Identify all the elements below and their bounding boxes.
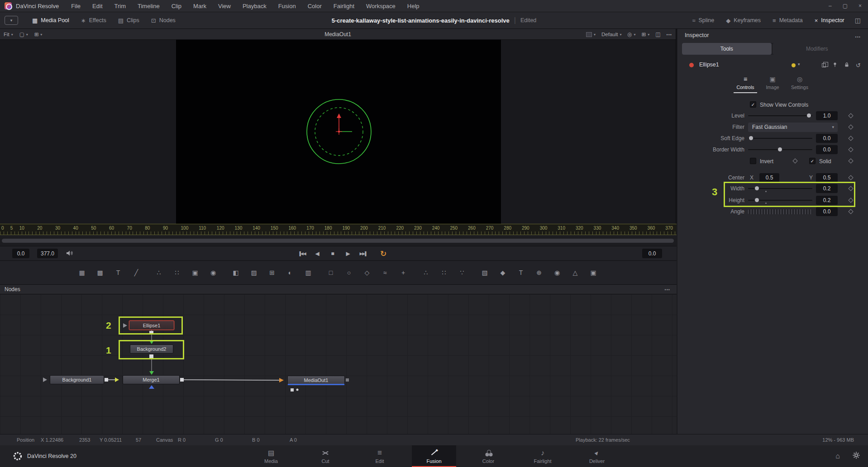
ellipse-mask-tool-icon[interactable]: ○ [343, 267, 355, 278]
pin-icon[interactable] [832, 61, 838, 69]
play-button[interactable] [341, 249, 355, 259]
current-frame-field[interactable]: 0.0 [642, 249, 662, 258]
height-value-field[interactable]: 0.2 [816, 196, 838, 205]
viewer-options-icon[interactable] [667, 31, 672, 38]
text-3d-tool-icon[interactable]: T [515, 267, 527, 278]
fit-dropdown[interactable]: Fit▾ [4, 32, 13, 37]
node-background2[interactable]: Background2 [130, 344, 173, 354]
menu-item-view[interactable]: View [212, 0, 237, 12]
menu-item-fairlight[interactable]: Fairlight [328, 0, 360, 12]
page-tab-color[interactable]: Color [466, 445, 510, 467]
level-slider[interactable] [748, 110, 812, 122]
merge-3d-tool-icon[interactable]: ⊕ [533, 267, 545, 278]
invert-checkbox[interactable] [750, 158, 756, 164]
page-tab-media[interactable]: Media [249, 445, 293, 467]
panel-layout-icon[interactable] [850, 17, 865, 24]
menu-item-help[interactable]: Help [401, 0, 425, 12]
menu-item-playback[interactable]: Playback [237, 0, 272, 12]
go-to-last-frame-button[interactable] [357, 249, 370, 259]
versions-icon[interactable] [822, 63, 826, 67]
media-pool-button[interactable]: ▦Media Pool [26, 12, 75, 28]
menu-item-trim[interactable]: Trim [109, 0, 132, 12]
channel-booleans-tool-icon[interactable]: ⊞ [266, 267, 278, 278]
prender-tool-icon[interactable]: ◉ [207, 267, 219, 278]
metadata-button[interactable]: ≡Metadata [767, 12, 809, 28]
menu-item-workspace[interactable]: Workspace [360, 0, 401, 12]
particle-c-tool-icon[interactable]: ∵ [456, 267, 468, 278]
border-width-slider[interactable] [748, 144, 812, 156]
invert-keyframe-icon[interactable] [792, 158, 797, 163]
keyframes-button[interactable]: ◆Keyframes [720, 12, 767, 28]
node-ellipse1[interactable]: Ellipse1 [129, 321, 174, 330]
angle-value-field[interactable]: 0.0 [816, 207, 838, 216]
chevron-down-icon[interactable]: ▾ [798, 62, 800, 66]
border-width-keyframe-icon[interactable] [848, 147, 853, 152]
render-range-start-field[interactable]: 0.0 [12, 249, 29, 258]
viewer-canvas[interactable] [176, 40, 501, 224]
renderer-3d-tool-icon[interactable]: ▣ [587, 267, 600, 278]
menu-item-fusion[interactable]: Fusion [272, 0, 302, 12]
page-tab-edit[interactable]: Edit [358, 445, 402, 467]
node-background1[interactable]: Background1 [50, 375, 104, 384]
soft-edge-value-field[interactable]: 0.0 [816, 134, 838, 143]
background-tool-icon[interactable]: ▦ [76, 267, 88, 278]
audio-mute-icon[interactable] [66, 250, 73, 258]
filter-keyframe-icon[interactable] [848, 124, 853, 129]
border-width-value-field[interactable]: 0.0 [816, 145, 838, 154]
soft-edge-slider[interactable] [748, 133, 812, 144]
maximize-icon[interactable]: ▢ [843, 0, 848, 12]
effects-button[interactable]: ∗Effects [75, 12, 112, 28]
fastnoise-tool-icon[interactable]: ▩ [94, 267, 106, 278]
minimize-icon[interactable]: – [829, 0, 832, 12]
loop-playback-button[interactable] [377, 249, 390, 259]
subtab-settings[interactable]: ◎ Settings [788, 75, 811, 93]
center-x-field[interactable]: 0.5 [759, 173, 779, 182]
subtab-controls[interactable]: ≡ Controls [734, 75, 757, 93]
camera-3d-tool-icon[interactable]: ◉ [551, 267, 563, 278]
render-range-end-field[interactable]: 377.0 [37, 249, 58, 258]
reset-history-icon[interactable] [856, 61, 861, 69]
close-icon[interactable]: × [858, 0, 862, 12]
tab-tools[interactable]: Tools [682, 43, 772, 55]
subtab-image[interactable]: ▣ Image [761, 75, 784, 93]
solid-keyframe-icon[interactable] [848, 158, 853, 163]
menu-item-mark[interactable]: Mark [187, 0, 212, 12]
height-keyframe-icon[interactable] [848, 198, 853, 203]
inspector-options-icon[interactable] [855, 32, 861, 40]
angle-thumbwheel[interactable] [748, 209, 812, 214]
level-keyframe-icon[interactable] [848, 113, 853, 118]
solid-checkbox[interactable] [809, 158, 816, 164]
lock-icon[interactable] [844, 61, 849, 69]
page-tab-fusion[interactable]: Fusion [412, 445, 456, 467]
particle-b-tool-icon[interactable]: ∷ [438, 267, 450, 278]
spline-button[interactable]: ≈Spline [686, 12, 720, 28]
page-tab-deliver[interactable]: Deliver [575, 445, 619, 467]
menu-item-edit[interactable]: Edit [86, 0, 108, 12]
menu-item-color[interactable]: Color [302, 0, 328, 12]
menu-item-clip[interactable]: Clip [166, 0, 187, 12]
width-value-field[interactable]: 0.2 [816, 184, 838, 193]
light-3d-tool-icon[interactable]: △ [569, 267, 582, 278]
filter-dropdown[interactable]: Fast Gaussian▾ [748, 123, 838, 132]
nodes-button[interactable]: ⊡Nodes [145, 12, 181, 28]
lut-dropdown[interactable]: Default▾ [601, 32, 621, 37]
shape-3d-tool-icon[interactable]: ◆ [496, 267, 509, 278]
node-merge1[interactable]: Merge1 [123, 375, 180, 384]
clips-button[interactable]: ▤Clips [112, 12, 145, 28]
particle-a-tool-icon[interactable]: ∴ [420, 267, 432, 278]
page-tab-fairlight[interactable]: Fairlight [520, 445, 565, 467]
pemitter-tool-icon[interactable]: ∴ [153, 267, 165, 278]
inspector-button[interactable]: ×Inspector [809, 12, 850, 28]
view-mode-dropdown[interactable]: ⊞▾ [34, 31, 43, 38]
project-manager-icon[interactable] [835, 452, 840, 460]
merge-tool-icon[interactable]: ◧ [229, 267, 242, 278]
node-mediaout1[interactable]: MediaOut1 [287, 376, 345, 385]
stop-button[interactable] [326, 249, 339, 259]
go-to-first-frame-button[interactable] [295, 249, 309, 259]
tab-modifiers[interactable]: Modifiers [773, 43, 862, 55]
nodes-options-icon[interactable] [665, 286, 670, 292]
proxy-dropdown[interactable]: ◎▾ [627, 31, 635, 38]
ellipse-onscreen-control[interactable] [176, 40, 501, 224]
pimage-emitter-tool-icon[interactable]: ▣ [189, 267, 201, 278]
center-keyframe-icon[interactable] [848, 175, 853, 180]
